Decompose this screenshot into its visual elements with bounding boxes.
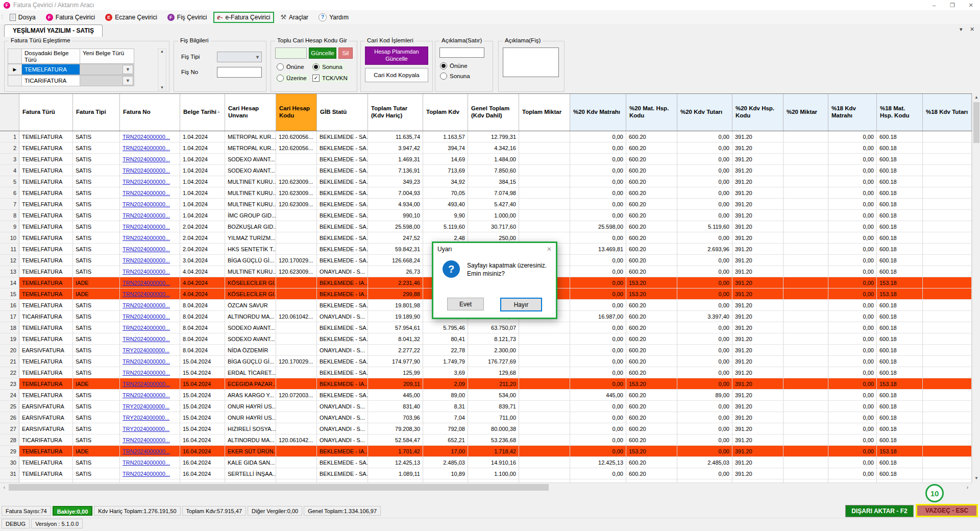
fatura-no-link[interactable]: TRN2024000000... [122, 156, 170, 162]
radio-sonuna[interactable]: Sonuna [312, 63, 345, 71]
cell-fatura-no[interactable]: TRN2024000000... [120, 232, 180, 244]
fatura-no-link[interactable]: TRN2024000000... [122, 179, 170, 185]
vertical-scrollbar-thumb[interactable] [973, 102, 979, 143]
radio-uzerine[interactable]: Üzerine [276, 74, 309, 82]
column-header-toplam-kdv[interactable]: Toplam Kdv [423, 94, 468, 131]
column-header-kdv20-matrahi[interactable]: %20 Kdv Matrahı [570, 94, 626, 131]
table-row[interactable]: 5TEMELFATURASATISTRN2024000000...1.04.20… [0, 176, 972, 187]
chevron-down-icon[interactable]: ▼ [122, 65, 133, 74]
column-header-mat20-hsp-kodu[interactable]: %20 Mat. Hsp. Kodu [626, 94, 677, 131]
cell-fatura-no[interactable]: TRN2024000000... [120, 367, 180, 378]
cell-fatura-no[interactable]: TRN2024000000... [120, 210, 180, 221]
cell-fatura-no[interactable]: TRN2024000000... [120, 333, 180, 345]
table-row[interactable]: 6TEMELFATURASATISTRN2024000000...1.04.20… [0, 187, 972, 199]
column-header-kdv20-tutari[interactable]: %20 Kdv Tutarı [677, 94, 732, 131]
cell-fatura-no[interactable]: TRN2024000000... [120, 435, 180, 446]
fatura-no-link[interactable]: TRN2024000000... [122, 471, 170, 477]
column-header-cari-hesap-unvani[interactable]: Cari Hesap Unvanı [225, 94, 276, 131]
menu-item-fatura-cevirici[interactable]: F Fatura Çevirici [42, 12, 99, 22]
fatura-no-link[interactable]: TRN2024000000... [122, 269, 170, 275]
table-row[interactable]: 30TEMELFATURASATISTRN2024000000...16.04.… [0, 457, 972, 468]
restore-button[interactable]: ❐ [943, 0, 962, 10]
column-header-toplam-tutar-kdv-haric[interactable]: Toplam Tutar (Kdv Hariç) [368, 94, 423, 131]
column-header-kdv20-hsp-kodu[interactable]: %20 Kdv Hsp. Kodu [732, 94, 783, 131]
table-row[interactable]: 18TEMELFATURASATISTRN2024000000...8.04.2… [0, 322, 972, 333]
fatura-no-link[interactable]: TRY2024000000... [122, 426, 169, 432]
checkbox-tck-vkn[interactable]: ✓TCK/VKN [312, 74, 350, 82]
fatura-no-link[interactable]: TRN2024000000... [122, 448, 170, 454]
vertical-scrollbar[interactable]: ▲ ▼ [972, 93, 980, 482]
cell-ticarifatura[interactable]: TICARIFATURA [22, 75, 80, 86]
table-row[interactable]: 3TEMELFATURASATISTRN2024000000...1.04.20… [0, 154, 972, 165]
mapping-row-temelfatura[interactable]: ▶ TEMELFATURA ▼ [8, 64, 134, 75]
scroll-down-icon[interactable]: ▼ [160, 85, 164, 90]
fatura-no-link[interactable]: TRN2024000000... [122, 201, 170, 207]
cell-fatura-no[interactable]: TRN2024000000... [120, 390, 180, 401]
fatura-no-link[interactable]: TRN2024000000... [122, 302, 170, 308]
table-row[interactable]: 28TICARIFATURASATISTRN2024000000...16.04… [0, 435, 972, 446]
table-row[interactable]: 2TEMELFATURASATISTRN2024000000...1.04.20… [0, 142, 972, 154]
toplu-cari-input[interactable] [275, 47, 307, 59]
cell-fatura-no[interactable]: TRN2024000000... [120, 266, 180, 277]
cell-fatura-no[interactable]: TRN2024000000... [120, 154, 180, 165]
yeni-belge-turu-dropdown[interactable]: ▼ [80, 64, 134, 75]
fatura-no-link[interactable]: TRN2024000000... [122, 224, 170, 230]
table-row[interactable]: 20EARSIVFATURASATISTRY2024000000...8.04.… [0, 345, 972, 356]
fatura-no-link[interactable]: TRN2024000000... [122, 358, 170, 365]
cell-fatura-no[interactable]: TRN2024000000... [120, 446, 180, 457]
cell-fatura-no[interactable]: TRN2024000000... [120, 131, 180, 142]
fatura-no-link[interactable]: TRN2024000000... [122, 134, 170, 140]
cell-fatura-no[interactable]: TRN2024000000... [120, 288, 180, 300]
cell-fatura-no[interactable]: TRN2024000000... [120, 311, 180, 322]
sil-button[interactable]: Sil [338, 47, 353, 59]
tab-dropdown-icon[interactable]: ▾ [960, 26, 963, 33]
cell-fatura-no[interactable]: TRN2024000000... [120, 165, 180, 176]
fatura-no-link[interactable]: TRY2024000000... [122, 347, 169, 353]
horizontal-scrollbar[interactable]: ‹ › [0, 482, 972, 492]
close-button[interactable]: ✕ [962, 0, 980, 10]
guncelle-button[interactable]: Güncelle [309, 47, 336, 59]
cari-kod-kopyala-button[interactable]: Cari Kod Kopyala [365, 68, 428, 82]
vazgec-button[interactable]: VAZGEÇ - ESC [916, 504, 978, 517]
cell-fatura-no[interactable]: TRN2024000000... [120, 176, 180, 187]
fatura-no-link[interactable]: TRN2024000000... [122, 212, 170, 219]
chevron-down-icon[interactable]: ▼ [122, 76, 133, 85]
column-header-kdv18-tutari[interactable]: %18 Kdv Tutarı [923, 94, 972, 131]
radio-aciklama-sonuna[interactable]: Sonuna [439, 72, 472, 80]
tab-yesilmavi-yazilim-satis[interactable]: YEŞİLMAVİ YAZILIM - SATIŞ [4, 25, 103, 37]
cell-fatura-no[interactable]: TRN2024000000... [120, 187, 180, 199]
table-row[interactable]: 19TEMELFATURASATISTRN2024000000...8.04.2… [0, 333, 972, 345]
column-header-genel-toplam-kdv-dahil[interactable]: Genel Toplam (Kdv Dahil) [468, 94, 519, 131]
minimize-button[interactable]: – [925, 0, 943, 10]
mapping-row-ticarifatura[interactable]: TICARIFATURA ▼ [8, 75, 134, 86]
table-row[interactable]: 21TEMELFATURASATISTRN2024000000...15.04.… [0, 356, 972, 367]
menu-item-dosya[interactable]: Dosya [6, 12, 40, 22]
hayir-button[interactable]: Hayır [500, 298, 542, 311]
aciklama-satir-input[interactable] [439, 47, 484, 58]
column-header-rownum[interactable] [0, 94, 19, 131]
column-header-mat18-hsp-kodu[interactable]: %18 Mat. Hsp. Kodu [877, 94, 923, 131]
cell-fatura-no[interactable]: TRN2024000000... [120, 300, 180, 311]
table-row[interactable]: 9TEMELFATURASATISTRN2024000000...2.04.20… [0, 221, 972, 232]
scroll-down-icon[interactable]: ▼ [972, 474, 980, 482]
scroll-right-icon[interactable]: › [963, 483, 972, 492]
column-header-fatura-tipi[interactable]: Fatura Tipi [73, 94, 120, 131]
evet-button[interactable]: Evet [447, 298, 484, 310]
column-header-fatura-turu[interactable]: Fatura Türü [19, 94, 73, 131]
cell-fatura-no[interactable]: TRY2024000000... [120, 345, 180, 356]
fatura-no-link[interactable]: TRN2024000000... [122, 313, 170, 320]
column-header-gib-statu[interactable]: GİB Statü [317, 94, 368, 131]
cell-fatura-no[interactable]: TRN2024000000... [120, 199, 180, 210]
table-row[interactable]: 26EARSIVFATURASATISTRY2024000000...15.04… [0, 412, 972, 423]
scroll-left-icon[interactable]: ‹ [0, 483, 9, 492]
fis-tipi-select[interactable]: ▼ [217, 52, 262, 62]
fatura-no-link[interactable]: TRN2024000000... [122, 246, 170, 252]
yeni-belge-turu-dropdown[interactable]: ▼ [80, 75, 134, 86]
fatura-no-link[interactable]: TRY2024000000... [122, 415, 169, 421]
radio-onune[interactable]: Önüne [276, 63, 306, 71]
fatura-no-link[interactable]: TRN2024000000... [122, 235, 170, 241]
menu-item-efatura-cevirici[interactable]: e- e-Fatura Çevirici [213, 12, 275, 23]
fatura-no-link[interactable]: TRY2024000000... [122, 403, 169, 409]
cell-temelfatura[interactable]: TEMELFATURA [22, 64, 80, 75]
table-row[interactable]: 31TEMELFATURASATISTRN2024000000...16.04.… [0, 468, 972, 479]
